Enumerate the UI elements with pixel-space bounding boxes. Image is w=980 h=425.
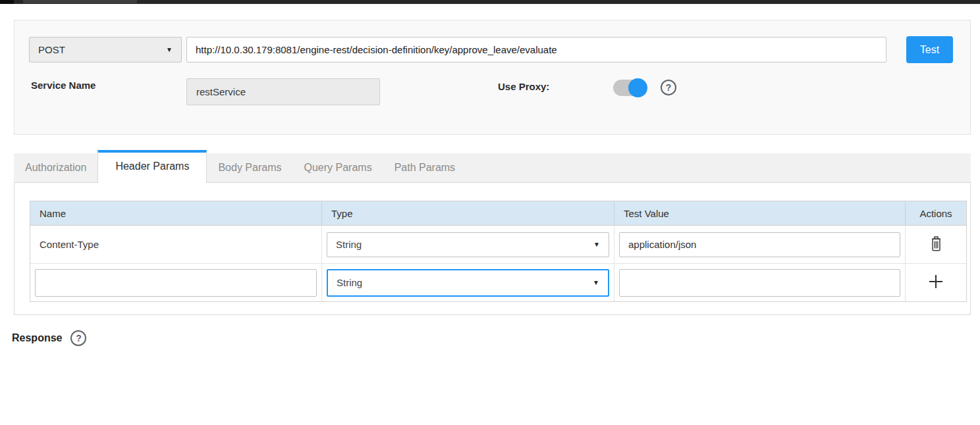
- column-header-type: Type: [322, 201, 614, 225]
- response-label: Response: [12, 332, 62, 344]
- table-row: Content-Type String ▼: [30, 226, 966, 263]
- params-table-header: Name Type Test Value Actions: [30, 201, 966, 226]
- use-proxy-toggle[interactable]: [613, 80, 646, 96]
- column-header-name: Name: [30, 201, 322, 225]
- request-url-input[interactable]: [186, 37, 886, 63]
- delete-row-button[interactable]: [927, 234, 945, 256]
- use-proxy-label: Use Proxy:: [498, 81, 549, 92]
- add-row-button[interactable]: [925, 271, 946, 294]
- response-help-icon[interactable]: ?: [70, 330, 86, 346]
- dropdown-arrow-icon: ▼: [593, 241, 600, 248]
- top-bar-left-segment: [0, 0, 14, 4]
- params-tab-bar: Authorization Header Params Body Params …: [14, 153, 971, 183]
- param-name-text: Content-Type: [30, 226, 322, 263]
- http-method-select[interactable]: POST ▼: [29, 37, 182, 63]
- toggle-thumb: [628, 78, 647, 97]
- service-name-label: Service Name: [31, 80, 95, 91]
- request-config-card: POST ▼ Test Service Name restService Use…: [14, 20, 971, 135]
- dropdown-arrow-icon: ▼: [593, 279, 599, 286]
- dropdown-arrow-icon: ▼: [166, 46, 173, 53]
- param-type-select-focused[interactable]: String ▼: [327, 269, 609, 297]
- tab-body-params[interactable]: Body Params: [207, 153, 292, 182]
- top-bar-tab-segment: [23, 0, 137, 3]
- test-button[interactable]: Test: [906, 36, 953, 63]
- tab-authorization[interactable]: Authorization: [14, 153, 97, 182]
- param-type-select[interactable]: String ▼: [327, 232, 609, 257]
- response-section: Response ?: [12, 330, 86, 346]
- header-params-panel: Name Type Test Value Actions Content-Typ…: [14, 183, 971, 315]
- table-row: String ▼: [30, 263, 966, 301]
- trash-icon: [929, 236, 943, 254]
- param-type-value: String: [337, 277, 362, 288]
- use-proxy-help-icon[interactable]: ?: [661, 80, 676, 95]
- column-header-test-value: Test Value: [614, 201, 906, 225]
- param-name-input[interactable]: [35, 269, 317, 297]
- param-type-value: String: [336, 239, 362, 250]
- service-name-field: restService: [186, 78, 380, 105]
- param-test-value-input[interactable]: [619, 232, 900, 257]
- tab-query-params[interactable]: Query Params: [292, 153, 383, 182]
- tab-header-params[interactable]: Header Params: [97, 150, 207, 183]
- plus-icon: [927, 273, 944, 292]
- param-test-value-input[interactable]: [619, 269, 900, 297]
- params-table: Name Type Test Value Actions Content-Typ…: [30, 201, 967, 302]
- window-top-bar: [0, 0, 980, 4]
- column-header-actions: Actions: [906, 201, 966, 225]
- tab-path-params[interactable]: Path Params: [383, 153, 466, 182]
- http-method-value: POST: [38, 44, 65, 55]
